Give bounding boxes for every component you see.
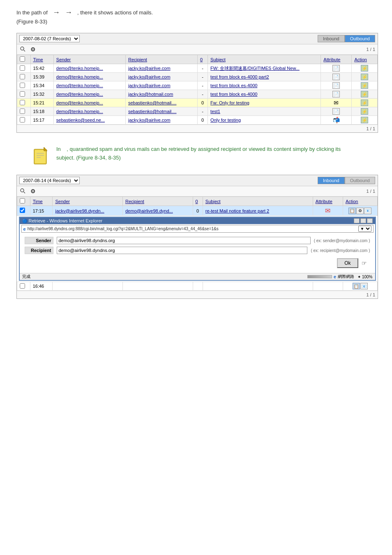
- header-checkbox[interactable]: [17, 55, 31, 64]
- row-subject[interactable]: test1: [208, 107, 321, 116]
- action-icon-2[interactable]: ⚙: [356, 208, 364, 214]
- action-btn[interactable]: ⚡: [361, 117, 368, 123]
- browser-max-btn[interactable]: □: [360, 218, 366, 223]
- row-subject[interactable]: FW: 全球新聞速幕/DIGITIMES Global New...: [208, 64, 321, 73]
- p2-header-sender[interactable]: Sender: [53, 197, 123, 206]
- row-checkbox-cell[interactable]: [17, 81, 31, 90]
- row1-subject[interactable]: re-test Mail notice feature part 2: [203, 206, 313, 216]
- browser-controls[interactable]: _ □ ×: [354, 218, 373, 223]
- row-subject[interactable]: Only for testing: [208, 116, 321, 125]
- action-btn[interactable]: ⚡: [361, 108, 368, 115]
- row-recipient[interactable]: jacky.ko@airlive.com: [125, 64, 197, 73]
- p2-header-attribute[interactable]: Attribute: [313, 197, 343, 206]
- panel1-date-selector[interactable]: 2007-08-02 (7 Records): [19, 35, 80, 42]
- row3-checkbox-cell[interactable]: [17, 282, 30, 291]
- header-subject[interactable]: Subject: [208, 55, 321, 64]
- row-sender[interactable]: demo@tenko.homeip...: [53, 73, 125, 81]
- ok-button[interactable]: Ok: [337, 258, 358, 268]
- browser-min-btn[interactable]: _: [354, 218, 360, 223]
- p2-header-subject[interactable]: Subject: [203, 197, 313, 206]
- panel1-date-dropdown[interactable]: 2007-08-02 (7 Records): [19, 35, 80, 42]
- row-checkbox[interactable]: [20, 109, 25, 114]
- row-action[interactable]: ⚡: [352, 99, 378, 107]
- action-btn[interactable]: ⚡: [361, 74, 368, 80]
- row-action[interactable]: ⚡: [352, 73, 378, 81]
- row-action[interactable]: ⚡: [352, 116, 378, 125]
- row3-checkbox[interactable]: [20, 283, 25, 289]
- row-recipient[interactable]: jacky.ko@airlive.com: [125, 116, 197, 125]
- row-checkbox[interactable]: [20, 100, 25, 105]
- row3-action-icon-1[interactable]: 📋: [353, 283, 360, 289]
- action-icon-1[interactable]: 📋: [348, 208, 356, 214]
- row-checkbox[interactable]: [20, 83, 25, 88]
- row-checkbox[interactable]: [20, 65, 25, 71]
- header-attribute[interactable]: Attribute: [321, 55, 352, 64]
- p2-header-checkbox[interactable]: [17, 197, 30, 206]
- row-subject[interactable]: test from block es-4000 part2: [208, 73, 321, 81]
- p2-header-recipient[interactable]: Recipient: [122, 197, 193, 206]
- p2-header-time[interactable]: Time: [30, 197, 53, 206]
- row-action[interactable]: ⚡: [352, 90, 378, 99]
- row-sender[interactable]: demo@tenko.homeip...: [53, 99, 125, 107]
- panel1-tabs[interactable]: Inbound Outbound: [318, 35, 375, 42]
- row-recipient[interactable]: jacky.ko@hotmail.com: [125, 90, 197, 99]
- row-checkbox-cell[interactable]: [17, 64, 31, 73]
- row-recipient[interactable]: jacky.ko@airlive.com: [125, 73, 197, 81]
- panel2-date-selector[interactable]: 2007-08-14 (4 Records): [19, 177, 80, 184]
- row-recipient[interactable]: jacky.ko@airlive.com: [125, 81, 197, 90]
- row1-sender[interactable]: jackv@airlive98.dyndn...: [53, 206, 123, 216]
- action-icon-3[interactable]: 📧: [364, 208, 371, 214]
- row-sender[interactable]: demo@tenko.homeip...: [53, 90, 125, 99]
- row1-checkbox-cell[interactable]: [17, 206, 30, 216]
- row-checkbox-cell[interactable]: [17, 107, 31, 116]
- panel2-inbound-tab[interactable]: Inbound: [318, 177, 345, 184]
- row-checkbox-cell[interactable]: [17, 99, 31, 107]
- action-btn[interactable]: ⚡: [361, 65, 368, 72]
- filter-icon-2[interactable]: ⚙: [29, 187, 37, 195]
- row-checkbox[interactable]: [20, 91, 25, 97]
- action-btn[interactable]: ⚡: [361, 99, 368, 106]
- row-sender[interactable]: sebastienko@seed.ne...: [53, 116, 125, 125]
- panel1-inbound-tab[interactable]: Inbound: [318, 35, 345, 42]
- row-action[interactable]: ⚡: [352, 64, 378, 73]
- row-subject[interactable]: test from block es-4000: [208, 81, 321, 90]
- row-sender[interactable]: demo@tenko.homeip...: [53, 107, 125, 116]
- row-recipient[interactable]: sebastienko@hotmail....: [125, 99, 197, 107]
- row3-action[interactable]: 📋 📧: [343, 282, 377, 291]
- search-icon[interactable]: [19, 46, 27, 53]
- row1-checkbox[interactable]: [20, 208, 25, 213]
- row-subject[interactable]: Fw: Only for testing: [208, 99, 321, 107]
- panel2-outbound-tab[interactable]: Outbound: [345, 177, 375, 184]
- p2-header-action[interactable]: Action: [343, 197, 377, 206]
- recipient-input[interactable]: [57, 247, 308, 254]
- row-sender[interactable]: demo@tenko.homeip...: [53, 81, 125, 90]
- select-all-checkbox[interactable]: [20, 56, 25, 62]
- row-subject[interactable]: test from block es-4000: [208, 90, 321, 99]
- browser-address-dropdown[interactable]: ▼: [358, 226, 371, 232]
- zoom-level[interactable]: ✦ 100%: [357, 275, 372, 279]
- row1-action[interactable]: 📋 ⚙ 📧: [343, 206, 377, 216]
- filter-icon[interactable]: ⚙: [29, 46, 37, 53]
- action-btn[interactable]: ⚡: [361, 91, 368, 97]
- row-checkbox-cell[interactable]: [17, 116, 31, 125]
- row-action[interactable]: ⚡: [352, 81, 378, 90]
- p2-select-all-checkbox[interactable]: [20, 198, 25, 204]
- panel2-date-dropdown[interactable]: 2007-08-14 (4 Records): [19, 177, 80, 184]
- row-recipient[interactable]: sebastienko@hotmail....: [125, 107, 197, 116]
- header-time[interactable]: Time: [30, 55, 53, 64]
- header-sender[interactable]: Sender: [53, 55, 125, 64]
- action-btn[interactable]: ⚡: [361, 82, 368, 89]
- row1-recipient[interactable]: demo@airlive98.dynd...: [122, 206, 193, 216]
- sender-input[interactable]: [57, 237, 311, 244]
- row-checkbox[interactable]: [20, 74, 25, 79]
- row-checkbox[interactable]: [20, 117, 25, 123]
- row-checkbox-cell[interactable]: [17, 73, 31, 81]
- row-checkbox-cell[interactable]: [17, 90, 31, 99]
- search-icon-2[interactable]: [19, 187, 27, 195]
- panel1-outbound-tab[interactable]: Outbound: [345, 35, 375, 42]
- header-recipient[interactable]: Recipient: [125, 55, 197, 64]
- row3-action-icon-2[interactable]: 📧: [360, 283, 368, 289]
- row-action[interactable]: ⚡: [352, 107, 378, 116]
- browser-close-btn[interactable]: ×: [367, 218, 373, 223]
- header-action[interactable]: Action: [352, 55, 378, 64]
